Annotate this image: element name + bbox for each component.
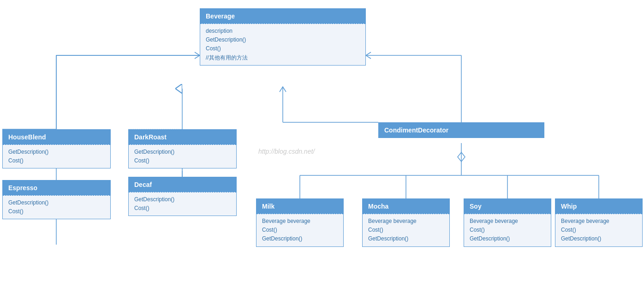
decaf-box: Decaf GetDescription() Cost()	[128, 177, 237, 216]
soy-body: Beverage beverage Cost() GetDescription(…	[464, 214, 551, 246]
whip-box: Whip Beverage beverage Cost() GetDescrip…	[555, 198, 643, 247]
decaf-method-1: GetDescription()	[134, 195, 231, 204]
darkroast-method-1: GetDescription()	[134, 148, 231, 156]
beverage-field-2: GetDescription()	[206, 36, 360, 44]
houseblend-body: GetDescription() Cost()	[3, 144, 110, 168]
espresso-method-2: Cost()	[8, 207, 105, 216]
darkroast-box: DarkRoast GetDescription() Cost()	[128, 129, 237, 168]
mocha-field-1: Beverage beverage	[368, 217, 444, 226]
espresso-label: Espresso	[8, 184, 37, 192]
mocha-method-1: Cost()	[368, 226, 444, 234]
decaf-method-2: Cost()	[134, 204, 231, 213]
darkroast-label: DarkRoast	[134, 133, 167, 141]
condiment-decorator-label: CondimentDecorator	[384, 126, 448, 134]
cd-inheritance-arrow	[280, 87, 286, 92]
houseblend-to-beverage	[56, 55, 200, 129]
soy-label: Soy	[470, 203, 482, 210]
whip-method-1: Cost()	[561, 226, 637, 234]
beverage-right-arrow	[366, 52, 371, 59]
watermark: http://blog.csdn.net/	[258, 148, 315, 155]
milk-field-1: Beverage beverage	[262, 217, 338, 226]
beverage-label: Beverage	[206, 12, 235, 20]
beverage-body: description GetDescription() Cost() //其他…	[200, 24, 365, 65]
milk-header: Milk	[256, 199, 343, 214]
houseblend-label: HouseBlend	[8, 133, 46, 141]
whip-method-2: GetDescription()	[561, 234, 637, 243]
espresso-box: Espresso GetDescription() Cost()	[2, 180, 111, 219]
houseblend-box: HouseBlend GetDescription() Cost()	[2, 129, 111, 168]
soy-header: Soy	[464, 199, 551, 214]
darkroast-body: GetDescription() Cost()	[129, 144, 236, 168]
houseblend-method-2: Cost()	[8, 156, 105, 165]
espresso-body: GetDescription() Cost()	[3, 195, 110, 219]
beverage-left-arrow	[195, 52, 200, 59]
soy-box: Soy Beverage beverage Cost() GetDescript…	[464, 198, 551, 247]
whip-label: Whip	[561, 203, 577, 210]
decaf-label: Decaf	[134, 181, 152, 188]
mocha-body: Beverage beverage Cost() GetDescription(…	[363, 214, 449, 246]
beverage-field-4: //其他有用的方法	[206, 54, 360, 62]
milk-body: Beverage beverage Cost() GetDescription(…	[256, 214, 343, 246]
soy-method-2: GetDescription()	[470, 234, 545, 243]
beverage-field-1: description	[206, 27, 360, 36]
condiment-decorator-header: CondimentDecorator	[379, 123, 544, 138]
espresso-header: Espresso	[3, 180, 110, 195]
mocha-method-2: GetDescription()	[368, 234, 444, 243]
soy-method-1: Cost()	[470, 226, 545, 234]
uml-diagram: Beverage description GetDescription() Co…	[0, 0, 644, 282]
condiment-decorator-box: CondimentDecorator	[378, 122, 544, 138]
milk-label: Milk	[262, 203, 274, 210]
mocha-label: Mocha	[368, 203, 388, 210]
has-a-diamond	[458, 152, 465, 162]
whip-header: Whip	[555, 199, 642, 214]
darkroast-header: DarkRoast	[129, 130, 236, 144]
milk-method-1: Cost()	[262, 226, 338, 234]
mocha-box: Mocha Beverage beverage Cost() GetDescri…	[362, 198, 450, 247]
beverage-box: Beverage description GetDescription() Co…	[200, 8, 366, 66]
milk-box: Milk Beverage beverage Cost() GetDescrip…	[256, 198, 344, 247]
espresso-method-1: GetDescription()	[8, 198, 105, 207]
houseblend-header: HouseBlend	[3, 130, 110, 144]
beverage-field-3: Cost()	[206, 44, 360, 53]
decaf-header: Decaf	[129, 177, 236, 192]
houseblend-method-1: GetDescription()	[8, 148, 105, 156]
whip-field-1: Beverage beverage	[561, 217, 637, 226]
decaf-body: GetDescription() Cost()	[129, 192, 236, 216]
whip-body: Beverage beverage Cost() GetDescription(…	[555, 214, 642, 246]
darkroast-method-2: Cost()	[134, 156, 231, 165]
mocha-header: Mocha	[363, 199, 449, 214]
milk-method-2: GetDescription()	[262, 234, 338, 243]
soy-field-1: Beverage beverage	[470, 217, 545, 226]
beverage-header: Beverage	[200, 9, 365, 24]
